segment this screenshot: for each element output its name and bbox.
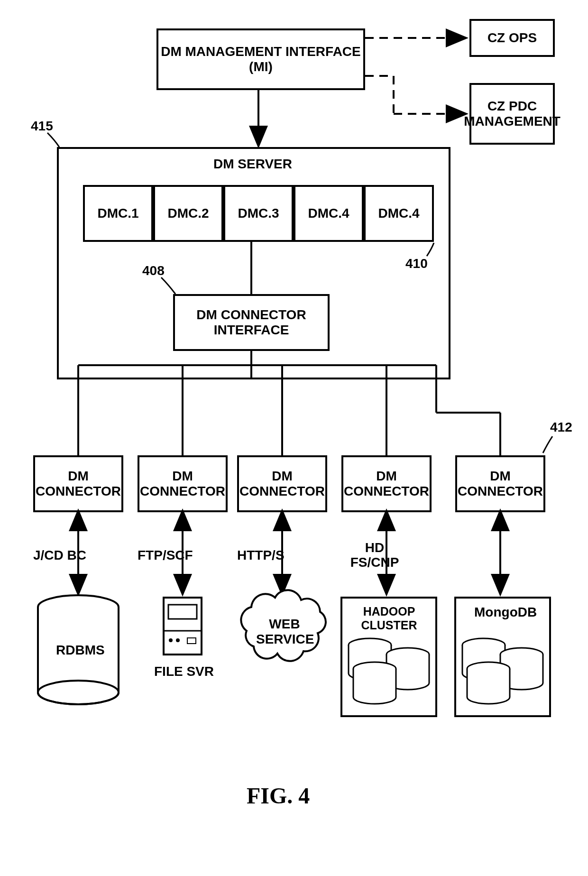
svg-rect-32 [187,638,196,644]
file-svr-icon [164,598,202,655]
filesvr-label: FILE SVR [154,664,214,679]
ref-410: 410 [405,256,428,271]
svg-rect-56 [467,669,510,697]
ref-408: 408 [142,263,165,278]
svg-point-30 [169,638,173,642]
ref-412: 412 [550,420,572,435]
svg-point-31 [176,638,180,642]
svg-rect-28 [168,605,197,619]
web-label: WEB SERVICE [256,617,313,647]
figure-label: FIG. 4 [247,783,310,809]
hadoop-label: HADOOP CLUSTER [345,605,433,632]
ref-415: 415 [31,119,53,134]
rdbms-label: RDBMS [56,643,105,658]
svg-rect-43 [353,669,396,697]
mongodb-label: MongoDB [474,605,537,620]
